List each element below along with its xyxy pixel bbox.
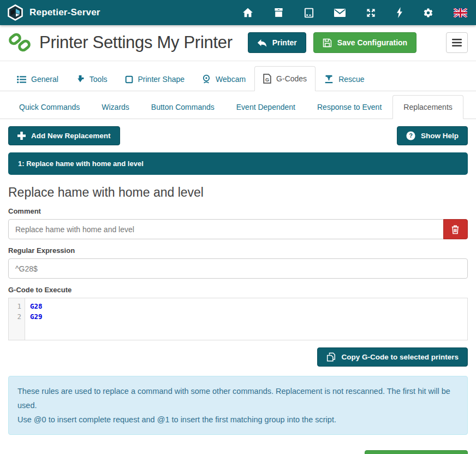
tab-gcodes[interactable]: G G-Codes — [254, 66, 316, 91]
line-number: 2 — [9, 311, 25, 322]
gcode-editor-gutter: 1 2 — [9, 298, 25, 340]
list-icon — [17, 75, 26, 84]
trash-icon — [451, 225, 460, 234]
comment-input[interactable] — [8, 219, 444, 239]
tab-label: Printer Shape — [138, 75, 185, 84]
gcode-editor-text[interactable]: G28 G29 — [25, 298, 467, 340]
uk-flag-icon[interactable] — [454, 8, 467, 17]
footer-actions: Save Configuration — [0, 435, 476, 454]
copy-gcode-label: Copy G-Code to selected printers — [341, 353, 459, 361]
subtab-replacements[interactable]: Replacements — [392, 95, 463, 119]
info-line: These rules are used to replace a comman… — [17, 384, 459, 412]
copy-icon — [326, 352, 336, 362]
copy-row: Copy G-Code to selected printers — [0, 340, 476, 367]
chain-link-icon — [8, 32, 32, 54]
hamburger-icon — [452, 39, 462, 46]
mail-icon[interactable] — [334, 9, 346, 17]
add-new-replacement-label: Add New Replacement — [31, 132, 111, 140]
subtab-event-dependent[interactable]: Event Dependent — [225, 95, 306, 119]
top-navbar: Repetier-Server — [0, 0, 476, 25]
printer-box-icon[interactable] — [273, 8, 284, 17]
subtab-label: Replacements — [403, 103, 453, 111]
menu-button[interactable] — [446, 32, 468, 53]
regex-label: Regular Expression — [8, 246, 468, 255]
regex-input[interactable] — [8, 258, 468, 279]
console-icon[interactable] — [304, 8, 314, 18]
subtab-label: Event Dependent — [236, 103, 295, 111]
comment-label: Comment — [8, 207, 468, 215]
svg-text:?: ? — [409, 132, 413, 139]
tab-label: Webcam — [216, 75, 246, 84]
tab-general[interactable]: General — [8, 67, 67, 91]
subtab-button-commands[interactable]: Button Commands — [140, 95, 225, 119]
brand-name: Repetier-Server — [29, 7, 100, 18]
delete-replacement-button[interactable] — [443, 219, 468, 239]
tab-label: Tools — [90, 75, 108, 84]
webcam-icon — [202, 74, 211, 84]
subtab-label: Button Commands — [151, 103, 215, 111]
expand-icon[interactable] — [366, 8, 376, 18]
gcode-line: G28 — [30, 301, 467, 311]
save-configuration-button-bottom[interactable]: Save Configuration — [365, 450, 468, 454]
navbar-icon-group — [242, 7, 467, 18]
floppy-icon — [323, 38, 332, 48]
gcode-editor[interactable]: 1 2 G28 G29 — [8, 298, 468, 340]
subtab-wizards[interactable]: Wizards — [91, 95, 140, 119]
show-help-label: Show Help — [421, 132, 459, 140]
tab-label: G-Codes — [276, 74, 307, 83]
square-icon — [125, 75, 133, 84]
gcode-label: G-Code to Execute — [8, 286, 468, 294]
tab-label: Rescue — [338, 75, 364, 84]
tab-label: General — [31, 75, 58, 84]
save-configuration-button-top[interactable]: Save Configuration — [313, 32, 416, 53]
svg-text:G: G — [265, 77, 269, 82]
tab-webcam[interactable]: Webcam — [193, 67, 254, 91]
info-line: Use @0 to insert complete request and @1… — [17, 412, 459, 427]
subtab-label: Response to Event — [317, 103, 382, 111]
replacement-form: Replace hame with home and level Comment… — [0, 175, 476, 340]
comment-input-group — [8, 219, 468, 239]
gcodes-subtab-bar: Quick Commands Wizards Button Commands E… — [0, 95, 476, 119]
replacements-toolbar: Add New Replacement ? Show Help — [0, 119, 476, 151]
line-number: 1 — [9, 301, 25, 311]
save-configuration-label-top: Save Configuration — [337, 38, 407, 47]
copy-gcode-button[interactable]: Copy G-Code to selected printers — [317, 347, 468, 367]
question-circle-icon: ? — [406, 131, 415, 140]
tab-printer-shape[interactable]: Printer Shape — [116, 67, 194, 91]
bolt-icon[interactable] — [396, 7, 403, 18]
info-box: These rules are used to replace a comman… — [8, 376, 468, 435]
tab-rescue[interactable]: Rescue — [316, 67, 373, 91]
page-title: Printer Settings My Printer — [39, 33, 233, 52]
replacement-list-header[interactable]: 1: Replace hame with home and level — [8, 152, 468, 175]
back-to-printer-label: Printer — [272, 38, 297, 47]
repetier-logo — [7, 4, 24, 21]
subtab-label: Wizards — [102, 103, 129, 111]
gcode-file-icon: G — [263, 74, 271, 84]
tool-icon — [76, 75, 85, 84]
home-icon[interactable] — [242, 8, 253, 17]
back-to-printer-button[interactable]: Printer — [248, 32, 306, 53]
settings-tab-bar: General Tools Printer Shape Webcam G G-C… — [0, 66, 476, 91]
add-new-replacement-button[interactable]: Add New Replacement — [8, 126, 120, 145]
show-help-button[interactable]: ? Show Help — [397, 126, 468, 145]
replacement-heading: Replace hame with home and level — [8, 185, 468, 200]
gear-icon[interactable] — [423, 8, 433, 18]
tab-tools[interactable]: Tools — [67, 67, 116, 91]
subtab-response-to-event[interactable]: Response to Event — [306, 95, 392, 119]
page-header: Printer Settings My Printer Printer Save… — [0, 25, 476, 61]
plus-icon — [17, 132, 26, 140]
reply-arrow-icon — [257, 39, 267, 47]
subtab-label: Quick Commands — [19, 103, 80, 111]
brand[interactable]: Repetier-Server — [7, 4, 100, 21]
nozzle-icon — [324, 74, 334, 84]
subtab-quick-commands[interactable]: Quick Commands — [8, 95, 91, 119]
gcode-line: G29 — [30, 311, 467, 322]
